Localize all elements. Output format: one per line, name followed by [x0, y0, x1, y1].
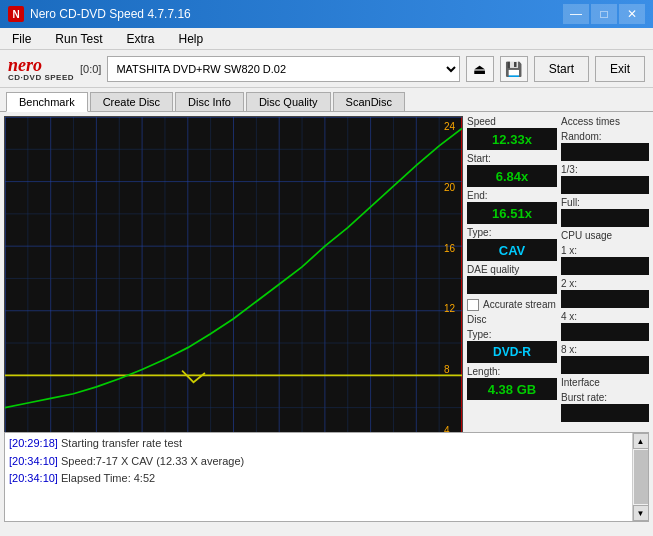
access-times-section: Access times: [561, 116, 649, 128]
cpu-x4-section: 4 x:: [561, 311, 649, 341]
accurate-stream-section: Accurate stream: [467, 299, 557, 311]
tab-benchmark[interactable]: Benchmark: [6, 92, 88, 112]
start-button[interactable]: Start: [534, 56, 589, 82]
menu-extra[interactable]: Extra: [118, 30, 162, 48]
menu-run-test[interactable]: Run Test: [47, 30, 110, 48]
disc-length-section: Length: 4.38 GB: [467, 366, 557, 400]
log-message-1: Speed:7-17 X CAV (12.33 X average): [61, 455, 244, 467]
stats-panel: Speed 12.33x Start: 6.84x End: 16.51x Ty…: [463, 112, 653, 432]
log-time-0: [20:29:18]: [9, 437, 58, 449]
cpu-usage-section: CPU usage: [561, 230, 649, 242]
menu-file[interactable]: File: [4, 30, 39, 48]
cpu-x8-label: 8 x:: [561, 344, 649, 355]
log-time-2: [20:34:10]: [9, 472, 58, 484]
tab-scan-disc[interactable]: ScanDisc: [333, 92, 405, 111]
burst-rate-label: Burst rate:: [561, 392, 649, 403]
speed-type-section: Type: CAV: [467, 227, 557, 261]
disc-length-label: Length:: [467, 366, 557, 377]
burst-rate-section: Burst rate:: [561, 392, 649, 422]
title-bar: N Nero CD-DVD Speed 4.7.7.16 — □ ✕: [0, 0, 653, 28]
burst-rate-value: [561, 404, 649, 422]
speed-type-value: CAV: [467, 239, 557, 261]
disc-type-value: DVD-R: [467, 341, 557, 363]
log-content: [20:29:18] Starting transfer rate test […: [5, 433, 632, 521]
disc-length-value: 4.38 GB: [467, 378, 557, 400]
random-value: [561, 143, 649, 161]
log-area: [20:29:18] Starting transfer rate test […: [4, 432, 649, 522]
maximize-button[interactable]: □: [591, 4, 617, 24]
exit-button[interactable]: Exit: [595, 56, 645, 82]
full-section: Full:: [561, 197, 649, 227]
speed-average-value: 12.33x: [467, 128, 557, 150]
drive-select[interactable]: MATSHITA DVD+RW SW820 D.02: [107, 56, 459, 82]
tab-disc-info[interactable]: Disc Info: [175, 92, 244, 111]
interface-label: Interface: [561, 377, 649, 388]
log-time-1: [20:34:10]: [9, 455, 58, 467]
close-button[interactable]: ✕: [619, 4, 645, 24]
cpu-x8-value: [561, 356, 649, 374]
tab-create-disc[interactable]: Create Disc: [90, 92, 173, 111]
dae-quality-label: DAE quality: [467, 264, 557, 275]
disc-type-section: Type: DVD-R: [467, 329, 557, 363]
speed-start-label: Start:: [467, 153, 557, 164]
log-scrollbar[interactable]: ▲ ▼: [632, 433, 648, 521]
log-message-0: Starting transfer rate test: [61, 437, 182, 449]
chart-svg: [5, 117, 462, 440]
drive-label: [0:0]: [80, 63, 101, 75]
toolbar: nero CD·DVD SPEED [0:0] MATSHITA DVD+RW …: [0, 50, 653, 88]
log-line-1: [20:34:10] Speed:7-17 X CAV (12.33 X ave…: [9, 453, 628, 471]
one-third-label: 1/3:: [561, 164, 649, 175]
menu-bar: File Run Test Extra Help: [0, 28, 653, 50]
cpu-x1-section: 1 x:: [561, 245, 649, 275]
speed-section: Speed 12.33x: [467, 116, 557, 150]
random-section: Random:: [561, 131, 649, 161]
cpu-x2-label: 2 x:: [561, 278, 649, 289]
full-label: Full:: [561, 197, 649, 208]
log-message-2: Elapsed Time: 4:52: [61, 472, 155, 484]
nero-logo: nero CD·DVD SPEED: [8, 56, 74, 82]
one-third-value: [561, 176, 649, 194]
log-line-2: [20:34:10] Elapsed Time: 4:52: [9, 470, 628, 488]
tab-disc-quality[interactable]: Disc Quality: [246, 92, 331, 111]
dae-quality-value: [467, 276, 557, 294]
app-title: Nero CD-DVD Speed 4.7.7.16: [30, 7, 191, 21]
speed-end-value: 16.51x: [467, 202, 557, 224]
accurate-stream-checkbox[interactable]: [467, 299, 479, 311]
cpu-x2-section: 2 x:: [561, 278, 649, 308]
window-controls: — □ ✕: [563, 4, 645, 24]
cpu-x4-label: 4 x:: [561, 311, 649, 322]
cpu-usage-label: CPU usage: [561, 230, 649, 241]
speed-start-section: Start: 6.84x: [467, 153, 557, 187]
disc-section: Disc: [467, 314, 557, 326]
dae-quality-section: DAE quality: [467, 264, 557, 294]
main-content: 20 X 16 X 12 X 8 X 4 X: [0, 112, 653, 432]
scroll-up-arrow[interactable]: ▲: [633, 433, 649, 449]
speed-end-label: End:: [467, 190, 557, 201]
speed-label: Speed: [467, 116, 557, 127]
app-icon: N: [8, 6, 24, 22]
cpu-x4-value: [561, 323, 649, 341]
y-axis-right: 24 20 16 12 8 4: [442, 117, 462, 440]
cpu-x2-value: [561, 290, 649, 308]
disc-label: Disc: [467, 314, 557, 325]
one-third-section: 1/3:: [561, 164, 649, 194]
scroll-down-arrow[interactable]: ▼: [633, 505, 649, 521]
eject-button[interactable]: ⏏: [466, 56, 494, 82]
random-label: Random:: [561, 131, 649, 142]
log-line-0: [20:29:18] Starting transfer rate test: [9, 435, 628, 453]
cpu-x1-value: [561, 257, 649, 275]
menu-help[interactable]: Help: [171, 30, 212, 48]
cpu-x8-section: 8 x:: [561, 344, 649, 374]
tab-bar: Benchmark Create Disc Disc Info Disc Qua…: [0, 88, 653, 112]
minimize-button[interactable]: —: [563, 4, 589, 24]
access-times-label: Access times: [561, 116, 649, 127]
speed-start-value: 6.84x: [467, 165, 557, 187]
interface-section: Interface: [561, 377, 649, 389]
speed-end-section: End: 16.51x: [467, 190, 557, 224]
scroll-thumb[interactable]: [634, 450, 648, 504]
speed-type-label: Type:: [467, 227, 557, 238]
save-button[interactable]: 💾: [500, 56, 528, 82]
cpu-x1-label: 1 x:: [561, 245, 649, 256]
disc-type-label: Type:: [467, 329, 557, 340]
full-value: [561, 209, 649, 227]
